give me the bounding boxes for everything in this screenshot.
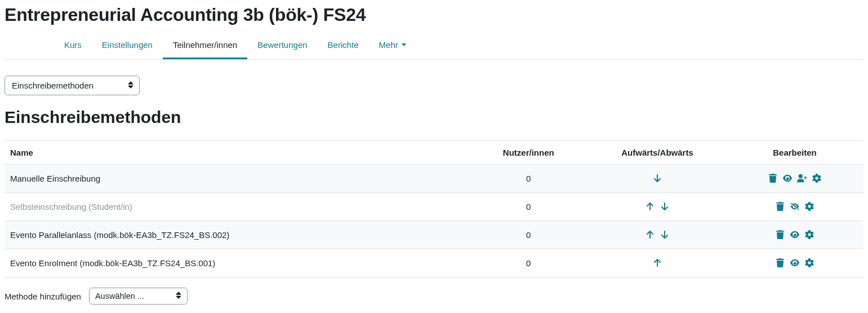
tab-teilnehmer-innen[interactable]: Teilnehmer/innen [163, 33, 247, 59]
enrolment-methods-table: Name Nutzer/innen Aufwärts/Abwärts Bearb… [5, 140, 863, 277]
move-up-button[interactable] [644, 201, 656, 212]
delete-icon [776, 202, 785, 211]
edit-cell [726, 193, 863, 221]
delete-icon [776, 230, 785, 239]
chevron-down-icon [402, 43, 406, 46]
move-down-button[interactable] [659, 229, 670, 240]
eye-icon [790, 258, 799, 267]
th-users: Nutzer/innen [469, 141, 589, 165]
gear-icon [805, 258, 814, 267]
method-name: Evento Parallelanlass (modk.bök-EA3b_TZ.… [5, 221, 469, 249]
course-tabs: KursEinstellungenTeilnehmer/innenBewertu… [5, 33, 863, 60]
settings-button[interactable] [811, 173, 822, 184]
enrol-users-button[interactable] [796, 173, 808, 184]
add-method-select-wrap: Auswählen ... [89, 288, 188, 305]
method-name: Selbsteinschreibung (Student/in) [5, 193, 469, 221]
delete-button[interactable] [767, 173, 778, 184]
tab-einstellungen[interactable]: Einstellungen [92, 33, 163, 59]
delete-icon [768, 174, 777, 183]
eye-icon [783, 174, 792, 183]
tab-kurs[interactable]: Kurs [54, 33, 92, 59]
user-count: 0 [469, 165, 589, 193]
delete-button[interactable] [774, 229, 786, 240]
arrow-down-icon [653, 174, 662, 183]
move-up-button[interactable] [652, 257, 663, 268]
move-up-button[interactable] [644, 229, 656, 240]
gear-icon [812, 174, 821, 183]
gear-icon [805, 230, 814, 239]
gear-icon [805, 202, 814, 211]
arrow-down-icon [660, 230, 669, 239]
edit-cell [726, 249, 863, 277]
show-button[interactable] [789, 257, 800, 268]
show-button[interactable] [782, 173, 793, 184]
tertiary-nav-select[interactable]: Einschreibemethoden [5, 76, 140, 95]
move-cell [589, 249, 726, 277]
delete-icon [776, 258, 785, 267]
delete-button[interactable] [774, 201, 786, 212]
tab-bewertungen[interactable]: Bewertungen [247, 33, 317, 59]
settings-button[interactable] [804, 201, 815, 212]
table-row: Evento Enrolment (modk.bök-EA3b_TZ.FS24_… [5, 249, 863, 277]
show-button[interactable] [789, 229, 800, 240]
tertiary-nav-select-wrap: Einschreibemethoden [5, 76, 140, 95]
move-cell [589, 165, 726, 193]
delete-button[interactable] [774, 257, 786, 268]
add-method-row: Methode hinzufügen Auswählen ... [5, 288, 863, 305]
settings-button[interactable] [804, 257, 815, 268]
add-method-select[interactable]: Auswählen ... [89, 288, 188, 305]
arrow-up-icon [646, 230, 655, 239]
section-title: Einschreibemethoden [5, 108, 863, 127]
add-method-label: Methode hinzufügen [5, 292, 81, 301]
eye-icon [790, 230, 799, 239]
th-edit: Bearbeiten [726, 141, 863, 165]
table-row: Selbsteinschreibung (Student/in)0 [5, 193, 863, 221]
th-updown: Aufwärts/Abwärts [589, 141, 726, 165]
table-row: Evento Parallelanlass (modk.bök-EA3b_TZ.… [5, 221, 863, 249]
user-count: 0 [469, 249, 589, 277]
method-name: Manuelle Einschreibung [5, 165, 469, 193]
method-name: Evento Enrolment (modk.bök-EA3b_TZ.FS24_… [5, 249, 469, 277]
arrow-up-icon [653, 258, 662, 267]
move-cell [589, 221, 726, 249]
move-cell [589, 193, 726, 221]
move-down-button[interactable] [652, 173, 663, 184]
move-down-button[interactable] [659, 201, 670, 212]
user-count: 0 [469, 221, 589, 249]
page-title: Entrepreneurial Accounting 3b (bök-) FS2… [5, 0, 863, 33]
settings-button[interactable] [804, 229, 815, 240]
tab-more[interactable]: Mehr [369, 33, 416, 59]
eye-slash-icon [790, 202, 799, 211]
hidden-button[interactable] [789, 201, 800, 212]
tab-berichte[interactable]: Berichte [318, 33, 369, 59]
arrow-up-icon [646, 202, 655, 211]
user-plus-icon [797, 174, 807, 183]
user-count: 0 [469, 193, 589, 221]
edit-cell [726, 165, 863, 193]
arrow-down-icon [660, 202, 669, 211]
table-row: Manuelle Einschreibung0 [5, 165, 863, 193]
th-name: Name [5, 141, 469, 165]
edit-cell [726, 221, 863, 249]
